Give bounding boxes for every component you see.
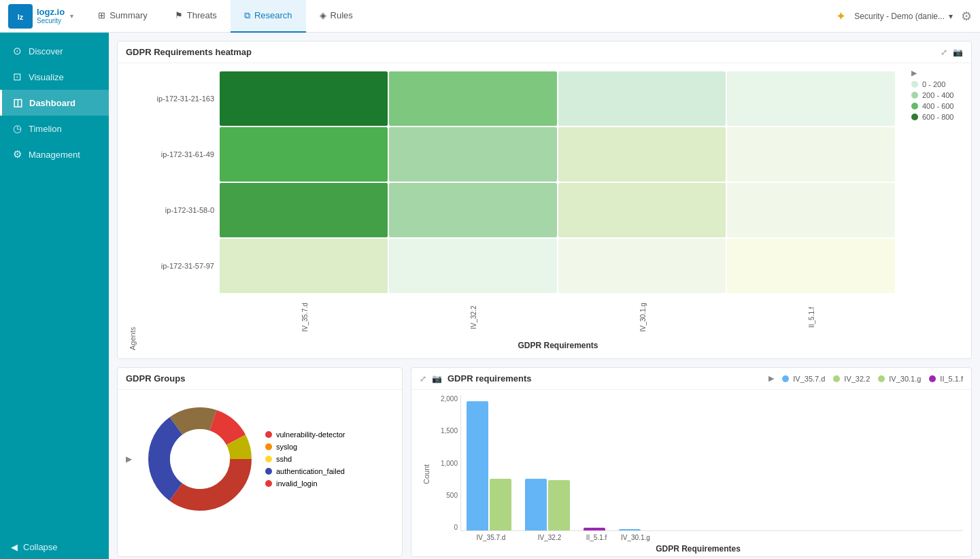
- legend-item-0-200: 0 - 200: [911, 80, 963, 88]
- donut-chart: [146, 398, 254, 520]
- heatmap-cell: [558, 71, 726, 126]
- heatmap-row: ip-172-31-58-0: [145, 183, 895, 237]
- bar-x-label: IV_32.2: [527, 534, 572, 541]
- req-expand2-icon[interactable]: ▶: [768, 374, 774, 383]
- heatmap-expand-icon[interactable]: ⤢: [941, 48, 947, 57]
- legend-item-400-600: 400 - 600: [911, 102, 963, 110]
- bar-legend-item: II_5.1.f: [929, 374, 963, 383]
- heatmap-cells: [220, 127, 895, 182]
- management-icon: ⚙: [13, 148, 22, 160]
- bar-iv32: [525, 479, 547, 530]
- account-selector[interactable]: Security - Demo (danie... ▾: [854, 12, 953, 21]
- sidebar-item-management[interactable]: ⚙ Management: [0, 141, 109, 167]
- svg-point-7: [170, 429, 230, 489]
- collapse-button[interactable]: ◀ Collapse: [11, 542, 98, 552]
- donut-area: ▶: [118, 390, 402, 528]
- heatmap-row-label: ip-172-31-57-97: [145, 262, 220, 270]
- rules-icon: ◈: [320, 10, 326, 20]
- legend-color: [911, 114, 918, 120]
- sidebar-bottom: ◀ Collapse: [0, 535, 109, 559]
- heatmap-panel: GDPR Requirements heatmap ⤢ 📷 Agents ip-…: [117, 41, 972, 359]
- donut-legend-item: vulnerability-detector: [265, 430, 345, 439]
- logo-icon: lz: [8, 4, 33, 29]
- heatmap-cell: [220, 127, 388, 182]
- bar-x-labels: IV_35.7.d IV_32.2 II_5.1.f IV_30.1.g: [433, 531, 963, 541]
- heatmap-cell: [558, 127, 726, 182]
- donut-legend: vulnerability-detector syslog sshd: [265, 430, 345, 488]
- heatmap-cell: [389, 239, 557, 293]
- heatmap-cells: [220, 71, 895, 126]
- sidebar-item-visualize[interactable]: ⊡ Visualize: [0, 64, 109, 90]
- donut-legend-item: invalid_login: [265, 479, 345, 488]
- bar-legend-item: IV_32.2: [833, 374, 870, 383]
- heatmap-camera-icon[interactable]: 📷: [953, 48, 963, 57]
- tab-rules[interactable]: ◈ Rules: [306, 0, 367, 33]
- heatmap-cell: [727, 239, 895, 293]
- gear-icon[interactable]: ⚙: [961, 9, 972, 24]
- nav-tabs: ⊞ Summary ⚑ Threats ⧉ Research ◈ Rules: [84, 0, 367, 33]
- heatmap-cell: [220, 239, 388, 293]
- summary-icon: ⊞: [98, 10, 105, 20]
- visualize-icon: ⊡: [13, 71, 22, 83]
- bar-iv30: [619, 529, 641, 530]
- heatmap-cell: [389, 183, 557, 237]
- bar-iv35-2: [490, 479, 511, 530]
- bar-legend-item: IV_35.7.d: [782, 374, 825, 383]
- bar-y-axis-label: Count: [420, 395, 433, 554]
- sidebar-item-timelion[interactable]: ◷ Timelion: [0, 116, 109, 141]
- bar-iv35: [467, 401, 488, 530]
- sidebar-item-dashboard[interactable]: ◫ Dashboard: [0, 90, 109, 116]
- tab-summary[interactable]: ⊞ Summary: [84, 0, 161, 33]
- gdpr-groups-panel: GDPR Groups ▶: [117, 367, 403, 557]
- gdpr-req-title: GDPR requirements: [447, 373, 532, 384]
- bar-x-axis-label: GDPR Requirementes: [433, 544, 963, 554]
- sidebar: ⊙ Discover ⊡ Visualize ◫ Dashboard ◷ Tim…: [0, 33, 109, 559]
- legend-item-600-800: 600 - 800: [911, 113, 963, 121]
- bar-chart-main: 2,000 1,500 1,000 500 0: [433, 395, 963, 554]
- bar-iv32-2: [548, 480, 570, 530]
- heatmap-chart: Agents ip-172-31-21-163: [118, 63, 903, 358]
- donut-legend-item: sshd: [265, 455, 345, 463]
- main-content: GDPR Requirements heatmap ⤢ 📷 Agents ip-…: [109, 33, 980, 559]
- req-camera-icon[interactable]: 📷: [432, 374, 442, 384]
- logo-area[interactable]: lz logz.io Security ▾: [8, 4, 73, 29]
- legend-color: [911, 81, 918, 88]
- heatmap-y-axis-label: Agents: [126, 71, 139, 350]
- sidebar-item-discover[interactable]: ⊙ Discover: [0, 38, 109, 64]
- tab-threats[interactable]: ⚑ Threats: [161, 0, 231, 33]
- bar-group-1: [467, 401, 511, 530]
- heatmap-cell: [727, 183, 895, 237]
- heatmap-cells: [220, 239, 895, 293]
- heatmap-x-labels: IV_35.7.d IV_32.2 IV_30.1.g II_5.1.f: [145, 297, 895, 338]
- heatmap-rows: ip-172-31-21-163 ip-172-31-61: [145, 71, 895, 294]
- collapse-icon: ◀: [11, 542, 18, 552]
- req-expand-icon[interactable]: ⤢: [420, 374, 426, 384]
- heatmap-cells: [220, 183, 895, 237]
- nav-right: ✦ Security - Demo (danie... ▾ ⚙: [836, 9, 972, 24]
- legend-dot: [265, 443, 272, 450]
- heatmap-actions: ⤢ 📷: [941, 48, 963, 57]
- heatmap-row-label: ip-172-31-21-163: [145, 95, 220, 103]
- main-layout: ⊙ Discover ⊡ Visualize ◫ Dashboard ◷ Tim…: [0, 33, 980, 559]
- heatmap-cell: [727, 71, 895, 126]
- bar-chart-inner: 2,000 1,500 1,000 500 0: [433, 395, 963, 531]
- logo-chevron-icon[interactable]: ▾: [70, 12, 73, 20]
- donut-chart-expand[interactable]: ▶: [126, 454, 132, 464]
- heatmap-row: ip-172-31-61-49: [145, 127, 895, 182]
- heatmap-row: ip-172-31-21-163: [145, 71, 895, 126]
- tab-research[interactable]: ⧉ Research: [231, 0, 306, 33]
- legend-dot: [833, 375, 840, 382]
- heatmap-row-label: ip-172-31-58-0: [145, 206, 220, 214]
- bar-group-4: [619, 529, 641, 530]
- heatmap-panel-header: GDPR Requirements heatmap ⤢ 📷: [118, 41, 971, 63]
- legend-dot: [265, 468, 272, 475]
- heatmap-cell: [389, 127, 557, 182]
- heatmap-cell: [558, 183, 726, 237]
- legend-item-200-400: 200 - 400: [911, 91, 963, 99]
- donut-legend-item: syslog: [265, 443, 345, 451]
- research-icon: ⧉: [244, 10, 250, 21]
- legend-item: ▶: [911, 69, 963, 78]
- bar-legend-item: IV_30.1.g: [878, 374, 921, 383]
- legend-dot: [782, 375, 789, 382]
- heatmap-inner: ip-172-31-21-163 ip-172-31-61: [145, 71, 895, 350]
